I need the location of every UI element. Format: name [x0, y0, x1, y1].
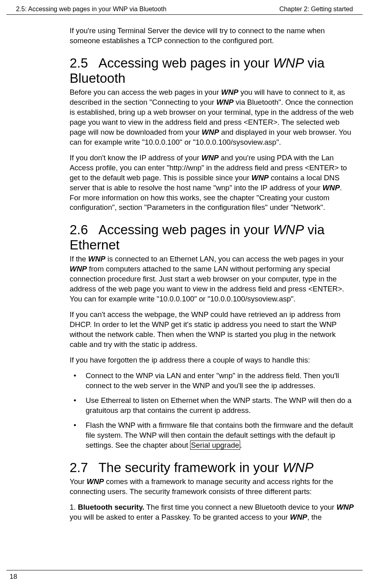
heading-text: The security framework in your [98, 460, 283, 475]
product-name: WNP [88, 255, 105, 263]
product-name: WNP [201, 153, 219, 162]
body-paragraph: Your WNP comes with a framework to manag… [70, 477, 355, 497]
heading-text: Accessing web pages in your [98, 222, 273, 237]
section-number: 2.5 [70, 56, 88, 71]
section-2-7-heading: 2.7The security framework in your WNP [70, 460, 355, 475]
heading-text: Accessing web pages in your [98, 56, 273, 70]
product-name: WNP [87, 477, 104, 486]
intro-paragraph: If you're using Terminal Server the devi… [70, 26, 355, 46]
page-header: 2.5: Accessing web pages in your WNP via… [6, 0, 363, 15]
page-footer: 18 [6, 570, 363, 581]
heading-text-italic: WNP [273, 222, 304, 237]
page-number: 18 [10, 573, 17, 580]
section-2-5-heading: 2.5Accessing web pages in your WNP via B… [70, 56, 355, 86]
main-content: If you're using Terminal Server the devi… [0, 15, 369, 522]
product-name: WNP [217, 98, 234, 106]
product-name: WNP [323, 183, 340, 192]
heading-text-italic: WNP [283, 460, 313, 475]
body-paragraph: If you don't know the IP address of your… [70, 153, 355, 213]
bullet-list: Connect to the WNP via LAN and enter "wn… [70, 371, 355, 450]
section-number: 2.6 [70, 222, 88, 237]
body-paragraph: If you have forgotten the ip address the… [70, 355, 355, 365]
body-paragraph: 1. Bluetooth security. The first time yo… [70, 502, 355, 522]
product-name: WNP [221, 88, 238, 96]
heading-text-italic: WNP [273, 56, 304, 70]
body-paragraph: If you can't access the webpage, the WNP… [70, 310, 355, 350]
body-paragraph: Before you can access the web pages in y… [70, 88, 355, 147]
product-name: WNP [202, 128, 219, 136]
header-right: Chapter 2: Getting started [279, 6, 353, 13]
header-left: 2.5: Accessing web pages in your WNP via… [16, 6, 166, 13]
list-item: Flash the WNP with a firmware file that … [70, 421, 355, 450]
serial-upgrade-link[interactable]: Serial upgrade [190, 441, 240, 450]
product-name: WNP [251, 173, 269, 182]
product-name: WNP [290, 513, 307, 521]
section-2-6-heading: 2.6Accessing web pages in your WNP via E… [70, 222, 355, 253]
list-item: Connect to the WNP via LAN and enter "wn… [70, 371, 355, 391]
section-number: 2.7 [70, 460, 88, 475]
product-name: WNP [70, 265, 87, 273]
body-paragraph: If the WNP is connected to an Ethernet L… [70, 254, 355, 304]
inline-bold: Bluetooth security. [78, 503, 144, 511]
product-name: WNP [337, 503, 354, 511]
list-item: Use Etherreal to listen on Ethernet when… [70, 396, 355, 416]
